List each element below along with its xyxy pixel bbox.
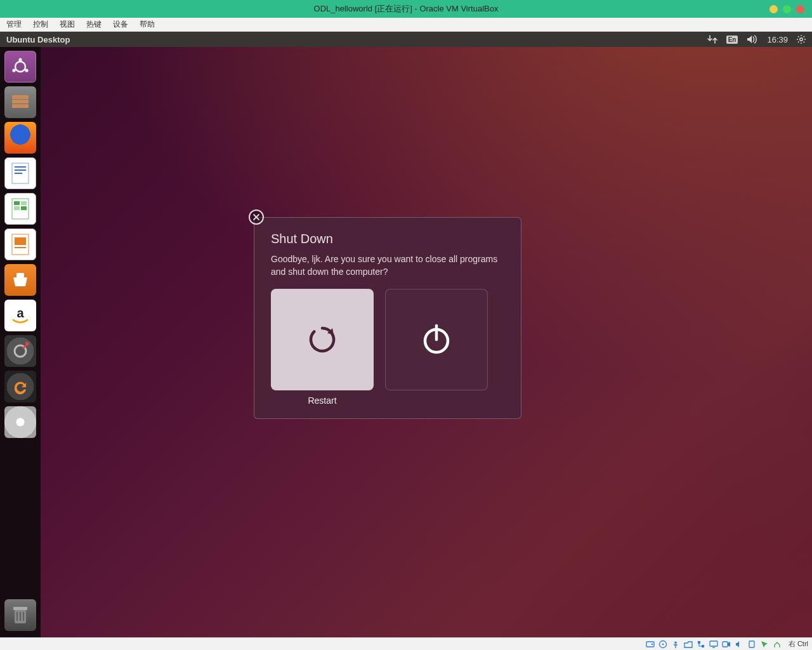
restart-icon bbox=[304, 322, 340, 357]
status-shared-folder-icon[interactable] bbox=[683, 639, 693, 649]
session-gear-icon[interactable] bbox=[797, 35, 806, 44]
svg-point-4 bbox=[25, 69, 28, 72]
power-icon bbox=[419, 322, 454, 357]
vbox-window-title: ODL_helloworld [正在运行] - Oracle VM Virtua… bbox=[314, 3, 499, 15]
svg-point-29 bbox=[652, 643, 653, 645]
restart-label: Restart bbox=[308, 395, 336, 406]
svg-rect-16 bbox=[21, 206, 27, 210]
vbox-titlebar: ODL_helloworld [正在运行] - Oracle VM Virtua… bbox=[0, 0, 812, 18]
amazon-icon[interactable]: a bbox=[4, 300, 36, 331]
dialog-message: Goodbye, ljk. Are you sure you want to c… bbox=[271, 253, 504, 279]
status-clipboard-icon[interactable] bbox=[747, 639, 757, 649]
menu-view[interactable]: 视图 bbox=[60, 19, 75, 30]
unity-launcher: a bbox=[0, 47, 41, 637]
menu-help[interactable]: 帮助 bbox=[140, 19, 155, 30]
clock[interactable]: 16:39 bbox=[767, 35, 788, 44]
sound-icon[interactable] bbox=[747, 35, 758, 44]
svg-point-3 bbox=[12, 69, 15, 72]
status-optical-icon[interactable] bbox=[658, 639, 668, 649]
ubuntu-topbar: Ubuntu Desktop En 16:39 bbox=[0, 32, 812, 47]
svg-rect-14 bbox=[21, 201, 27, 205]
libreoffice-impress-icon[interactable] bbox=[4, 229, 36, 260]
shutdown-dialog: Shut Down Goodbye, ljk. Are you sure you… bbox=[254, 209, 521, 419]
menu-manage[interactable]: 管理 bbox=[6, 19, 22, 30]
network-icon[interactable] bbox=[707, 35, 717, 44]
status-display-icon[interactable] bbox=[709, 639, 719, 649]
svg-rect-34 bbox=[710, 641, 717, 646]
status-hdd-icon[interactable] bbox=[645, 639, 655, 649]
files-icon[interactable] bbox=[4, 86, 36, 118]
svg-rect-7 bbox=[12, 104, 29, 108]
hostkey-label: 右 Ctrl bbox=[789, 639, 808, 649]
firefox-icon[interactable] bbox=[4, 122, 36, 154]
status-mouse-integration-icon[interactable] bbox=[759, 639, 769, 649]
keyboard-layout-indicator[interactable]: En bbox=[726, 36, 738, 44]
dialog-close-button[interactable] bbox=[249, 209, 264, 225]
svg-rect-5 bbox=[12, 95, 29, 99]
svg-rect-20 bbox=[16, 273, 24, 278]
dash-icon[interactable] bbox=[4, 51, 36, 83]
trash-icon[interactable] bbox=[4, 599, 36, 631]
vbox-menubar: 管理 控制 视图 热键 设备 帮助 bbox=[0, 18, 812, 32]
ubuntu-software-icon[interactable] bbox=[4, 264, 36, 296]
svg-rect-19 bbox=[15, 247, 26, 248]
svg-text:a: a bbox=[16, 306, 24, 320]
menu-control[interactable]: 控制 bbox=[33, 19, 48, 30]
svg-rect-35 bbox=[723, 642, 728, 647]
menu-devices[interactable]: 设备 bbox=[113, 19, 128, 30]
svg-point-31 bbox=[662, 643, 664, 645]
software-updater-icon[interactable] bbox=[4, 371, 36, 402]
status-audio-icon[interactable] bbox=[734, 639, 744, 649]
topbar-indicators: En 16:39 bbox=[707, 35, 806, 44]
libreoffice-writer-icon[interactable] bbox=[4, 157, 36, 189]
restart-button[interactable]: Restart bbox=[271, 289, 374, 406]
maximize-button[interactable] bbox=[783, 5, 791, 13]
shutdown-label bbox=[435, 395, 438, 406]
svg-point-0 bbox=[800, 38, 802, 41]
svg-rect-13 bbox=[14, 201, 20, 205]
svg-rect-36 bbox=[749, 641, 754, 647]
shutdown-button[interactable] bbox=[385, 289, 488, 406]
status-network-icon[interactable] bbox=[696, 639, 706, 649]
status-keyboard-captured-icon[interactable] bbox=[772, 639, 782, 649]
menu-hotkeys[interactable]: 热键 bbox=[86, 19, 102, 30]
dialog-button-row: Restart bbox=[271, 289, 504, 406]
status-recording-icon[interactable] bbox=[721, 639, 731, 649]
vbox-window-controls bbox=[769, 0, 804, 18]
dialog-title: Shut Down bbox=[271, 232, 504, 246]
close-window-button[interactable] bbox=[796, 5, 804, 13]
svg-rect-9 bbox=[15, 166, 26, 168]
svg-rect-33 bbox=[702, 645, 704, 647]
vbox-statusbar: 右 Ctrl bbox=[0, 637, 812, 650]
svg-rect-11 bbox=[15, 173, 22, 174]
libreoffice-calc-icon[interactable] bbox=[4, 193, 36, 225]
svg-rect-15 bbox=[14, 206, 20, 210]
vm-display: Ubuntu Desktop En 16:39 bbox=[0, 32, 812, 637]
svg-rect-10 bbox=[15, 169, 26, 171]
svg-point-2 bbox=[18, 58, 22, 61]
status-usb-icon[interactable] bbox=[671, 639, 681, 649]
topbar-title: Ubuntu Desktop bbox=[6, 35, 70, 44]
svg-rect-6 bbox=[12, 100, 29, 103]
svg-point-1 bbox=[15, 62, 25, 72]
disc-icon[interactable] bbox=[4, 406, 36, 438]
minimize-button[interactable] bbox=[769, 5, 778, 13]
svg-rect-32 bbox=[698, 641, 700, 644]
svg-rect-25 bbox=[13, 607, 27, 610]
system-settings-icon[interactable] bbox=[4, 335, 36, 367]
svg-rect-18 bbox=[15, 237, 26, 245]
